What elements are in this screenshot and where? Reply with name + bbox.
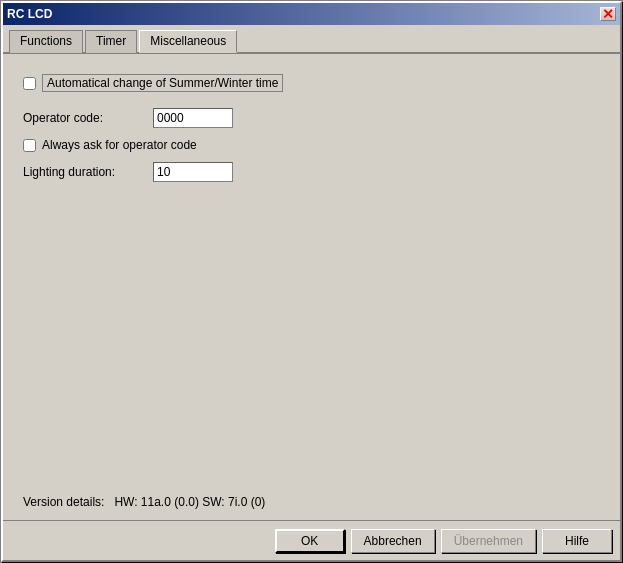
window-title: RC LCD <box>7 7 52 21</box>
lighting-duration-input[interactable] <box>153 162 233 182</box>
tab-timer[interactable]: Timer <box>85 30 137 53</box>
tab-functions[interactable]: Functions <box>9 30 83 53</box>
close-icon: ✕ <box>602 7 614 21</box>
lighting-duration-row: Lighting duration: <box>23 162 600 182</box>
apply-button[interactable]: Übernehmen <box>441 529 536 553</box>
cancel-button[interactable]: Abbrechen <box>351 529 435 553</box>
close-button[interactable]: ✕ <box>600 7 616 21</box>
operator-code-input[interactable] <box>153 108 233 128</box>
operator-code-label: Operator code: <box>23 111 153 125</box>
lighting-duration-label: Lighting duration: <box>23 165 153 179</box>
always-ask-checkbox[interactable] <box>23 139 36 152</box>
auto-change-checkbox[interactable] <box>23 77 36 90</box>
always-ask-label: Always ask for operator code <box>42 138 197 152</box>
main-content: Automatical change of Summer/Winter time… <box>3 54 620 521</box>
version-value: HW: 11a.0 (0.0) SW: 7i.0 (0) <box>114 495 265 509</box>
version-label: Version details: <box>23 495 104 509</box>
operator-code-row: Operator code: <box>23 108 600 128</box>
main-window: RC LCD ✕ Functions Timer Miscellaneous A… <box>1 1 622 562</box>
ok-button[interactable]: OK <box>275 529 345 553</box>
help-button[interactable]: Hilfe <box>542 529 612 553</box>
tab-bar: Functions Timer Miscellaneous <box>3 25 620 54</box>
button-bar: OK Abbrechen Übernehmen Hilfe <box>3 520 620 560</box>
auto-change-label: Automatical change of Summer/Winter time <box>42 74 283 92</box>
always-ask-row: Always ask for operator code <box>23 138 600 152</box>
version-info: Version details: HW: 11a.0 (0.0) SW: 7i.… <box>23 495 265 509</box>
auto-change-row: Automatical change of Summer/Winter time <box>23 74 600 92</box>
title-bar: RC LCD ✕ <box>3 3 620 25</box>
tab-miscellaneous[interactable]: Miscellaneous <box>139 30 237 53</box>
